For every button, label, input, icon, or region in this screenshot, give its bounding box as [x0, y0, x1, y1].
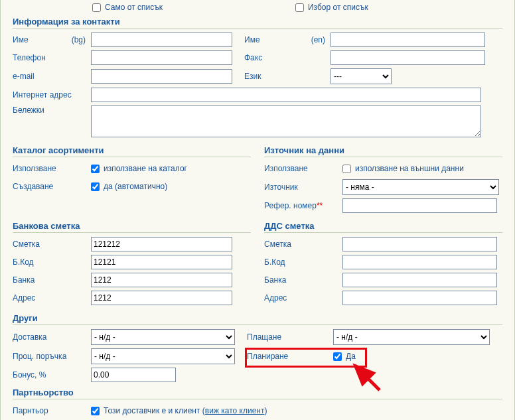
email-label: e-mail: [13, 72, 91, 81]
delivery-label: Доставка: [13, 332, 91, 342]
url-input[interactable]: [91, 88, 481, 102]
language-label: Език: [244, 72, 331, 81]
catalog-create-checkbox[interactable]: [91, 182, 100, 191]
catalog-use-label: Използване: [13, 164, 91, 173]
partner-label: Парнтьор: [13, 406, 91, 415]
notes-textarea[interactable]: [91, 105, 481, 137]
name-bg-input[interactable]: [91, 33, 232, 47]
notes-label: Бележки: [13, 105, 91, 115]
fax-label: Факс: [244, 53, 331, 62]
datasource-use-checkbox[interactable]: [342, 165, 351, 173]
email-input[interactable]: [91, 69, 232, 84]
vat-address-input[interactable]: [342, 291, 497, 305]
proc-order-select[interactable]: - н/д -: [91, 348, 235, 364]
datasource-source-label: Източник: [264, 182, 342, 192]
payment-label: Плащане: [247, 332, 333, 342]
name-label: Име: [13, 35, 29, 44]
vat-address-label: Адрес: [264, 293, 342, 303]
planning-checkbox[interactable]: [333, 352, 342, 361]
section-contact-info: Информация за контакти: [13, 15, 502, 29]
bank-account-input[interactable]: [91, 237, 232, 251]
bank-code-input[interactable]: [91, 255, 232, 269]
datasource-ref-label: Рефер. номер**: [264, 201, 342, 210]
datasource-source-select[interactable]: - няма -: [342, 179, 499, 195]
select-from-list-label: Избор от списък: [308, 3, 368, 12]
catalog-create-check-label: да (автоматично): [104, 182, 167, 191]
section-catalog: Каталог асортименти: [13, 143, 251, 157]
bonus-label: Бонус, %: [13, 370, 91, 380]
datasource-ref-input[interactable]: [342, 198, 497, 213]
vat-code-label: Б.Код: [264, 257, 342, 267]
name-en-input[interactable]: [331, 33, 485, 47]
bank-code-label: Б.Код: [13, 257, 91, 267]
partner-close-paren: ): [264, 406, 267, 415]
section-bank: Банкова сметка: [13, 219, 251, 233]
only-from-list-label: Само от списък: [105, 3, 163, 12]
url-label: Интернет адрес: [13, 90, 91, 100]
proc-order-label: Проц. поръчка: [13, 352, 91, 361]
planning-label: Планиране: [247, 352, 333, 361]
phone-label: Телефон: [13, 53, 91, 62]
payment-select[interactable]: - н/д -: [333, 329, 490, 345]
planning-check-label: Да: [346, 352, 356, 361]
name-en-label: Име: [244, 35, 260, 44]
catalog-use-checkbox[interactable]: [91, 165, 100, 173]
partner-checkbox[interactable]: [91, 407, 100, 415]
phone-input[interactable]: [91, 50, 232, 65]
vat-account-label: Сметка: [264, 240, 342, 249]
lang-bg-tag: (bg): [72, 35, 86, 44]
bank-address-input[interactable]: [91, 291, 232, 305]
top-options-row: Само от списък Избор от списък: [13, 3, 502, 12]
only-from-list-checkbox[interactable]: [92, 3, 101, 12]
catalog-use-check-label: използване на каталог: [104, 164, 187, 173]
language-select[interactable]: ---: [331, 68, 392, 84]
section-partnership: Партньорство: [13, 385, 502, 399]
catalog-create-label: Създаване: [13, 182, 91, 191]
vat-code-input[interactable]: [342, 255, 497, 269]
datasource-use-check-label: използване на външни данни: [355, 164, 464, 173]
vat-name-input[interactable]: [342, 273, 497, 287]
vat-account-input[interactable]: [342, 237, 497, 251]
lang-en-tag: (en): [311, 35, 325, 44]
section-datasource: Източник на данни: [264, 143, 502, 157]
vat-name-label: Банка: [264, 275, 342, 285]
bank-account-label: Сметка: [13, 240, 91, 249]
bank-name-label: Банка: [13, 275, 91, 285]
bank-name-input[interactable]: [91, 273, 232, 287]
section-vat: ДДС сметка: [264, 219, 502, 233]
delivery-select[interactable]: - н/д -: [91, 329, 235, 345]
view-as-client-link[interactable]: виж като клиент: [205, 406, 265, 415]
select-from-list-checkbox[interactable]: [295, 3, 304, 12]
section-other: Други: [13, 311, 502, 325]
partner-check-label: Този доставчик е и клиент (: [104, 406, 205, 415]
bank-address-label: Адрес: [13, 293, 91, 303]
bonus-input[interactable]: [91, 368, 176, 382]
datasource-use-label: Използване: [264, 164, 342, 173]
fax-input[interactable]: [331, 50, 485, 65]
